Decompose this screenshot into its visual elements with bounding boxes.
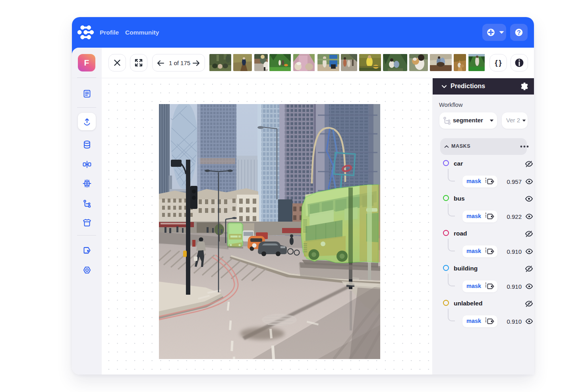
svg-text:?: ? [517, 29, 521, 36]
